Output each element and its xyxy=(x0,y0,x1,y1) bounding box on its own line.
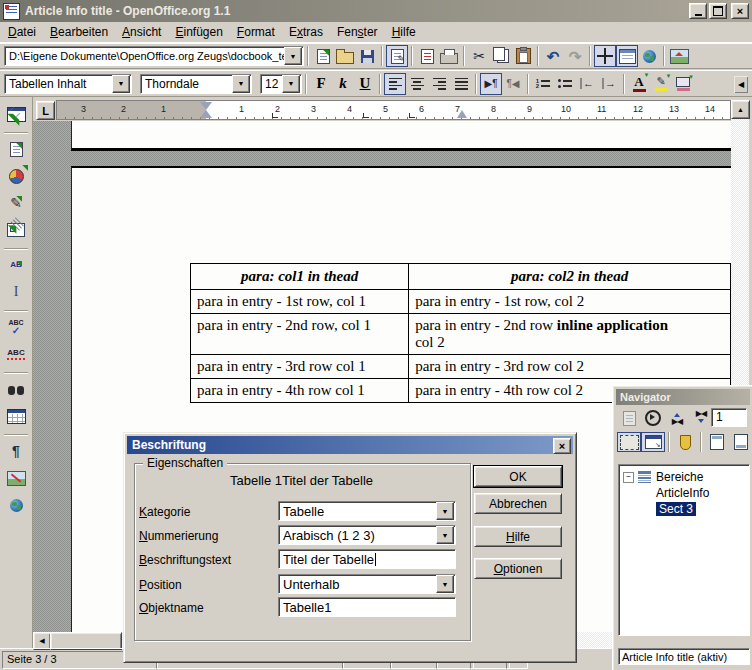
auto-spellcheck-button[interactable]: ABC xyxy=(3,342,29,366)
position-dropdown-icon[interactable]: ▼ xyxy=(436,575,454,593)
table-cell[interactable]: para in entry - 3rd row col 1 xyxy=(191,355,409,379)
autotext-button[interactable]: AB xyxy=(3,253,29,277)
menu-format[interactable]: Format xyxy=(230,23,282,41)
scroll-up-button[interactable]: ▲ xyxy=(731,100,750,119)
nummerierung-combobox[interactable]: Arabisch (1 2 3) ▼ xyxy=(278,525,456,545)
numbered-list-button[interactable]: 1 2 xyxy=(532,73,554,95)
url-dropdown-icon[interactable]: ▼ xyxy=(284,47,302,65)
table-header-cell[interactable]: para: col2 in thead xyxy=(409,264,731,290)
font-dropdown-icon[interactable]: ▼ xyxy=(232,75,250,93)
header-button[interactable] xyxy=(705,432,729,452)
table-cell[interactable]: para in entry - 3rd row col 2 xyxy=(409,355,731,379)
toolbar-overflow-button[interactable]: ◀ xyxy=(733,75,749,94)
stylist-button[interactable] xyxy=(616,45,638,67)
paragraph-style-combobox[interactable]: Tabellen Inhalt ▼ xyxy=(4,74,132,94)
kategorie-combobox[interactable]: Tabelle ▼ xyxy=(278,501,456,521)
highlighting-button[interactable]: ✎▼ xyxy=(650,73,672,95)
form-functions-button[interactable] xyxy=(3,218,29,242)
style-dropdown-icon[interactable]: ▼ xyxy=(112,75,130,93)
help-button[interactable]: Hilfe xyxy=(474,526,562,547)
footer-button[interactable] xyxy=(729,432,752,452)
graphics-on-off-button[interactable] xyxy=(3,466,29,490)
increase-indent-button[interactable]: → xyxy=(598,73,620,95)
minimize-button[interactable] xyxy=(689,3,707,19)
bold-button[interactable]: F xyxy=(310,73,332,95)
edit-file-button[interactable]: ✎ xyxy=(386,45,408,67)
page-number-spinner[interactable]: 1 xyxy=(711,408,747,427)
find-replace-button[interactable] xyxy=(3,377,29,401)
font-size-combobox[interactable]: 12 ▼ xyxy=(260,74,302,94)
menu-hilfe[interactable]: Hilfe xyxy=(385,23,423,41)
spellcheck-button[interactable]: ABC✓ xyxy=(3,315,29,339)
right-indent-marker[interactable] xyxy=(457,105,467,118)
direct-cursor-button[interactable]: I xyxy=(3,280,29,304)
gallery-button[interactable] xyxy=(668,45,690,67)
table-cell[interactable]: para in entry - 1st row, col 2 xyxy=(409,290,731,314)
decrease-indent-button[interactable]: ← xyxy=(576,73,598,95)
next-button[interactable]: ▶◀ xyxy=(689,408,713,428)
url-combobox[interactable]: D:\Eigene Dokumente\OpenOffice.org Zeugs… xyxy=(4,46,304,66)
align-right-button[interactable] xyxy=(428,73,450,95)
menu-extras[interactable]: Extras xyxy=(282,23,330,41)
horizontal-ruler[interactable]: 3 2 1 1 2 3 4 5 6 7 8 9 10 11 12 13 14 xyxy=(56,100,731,120)
dialog-close-button[interactable]: × xyxy=(553,438,571,454)
table-cell[interactable]: para in entry - 2nd row inline applicati… xyxy=(409,314,731,355)
menu-einfuegen[interactable]: Einfügen xyxy=(168,23,229,41)
size-dropdown-icon[interactable]: ▼ xyxy=(282,75,300,93)
insert-table-button[interactable] xyxy=(3,102,29,126)
position-combobox[interactable]: Unterhalb ▼ xyxy=(278,574,456,594)
italic-button[interactable]: k xyxy=(332,73,354,95)
toggle-button[interactable] xyxy=(617,408,641,428)
data-sources-button[interactable] xyxy=(3,404,29,428)
navigator-title-bar[interactable]: Navigator xyxy=(616,389,750,405)
ok-button[interactable]: OK xyxy=(474,466,562,487)
paste-button[interactable] xyxy=(512,45,534,67)
underline-button[interactable]: U xyxy=(354,73,376,95)
font-name-combobox[interactable]: Thorndale ▼ xyxy=(140,74,252,94)
drag-mode-button[interactable] xyxy=(617,432,641,452)
document-as-email-button[interactable] xyxy=(416,45,438,67)
menu-fenster[interactable]: Fenster xyxy=(330,23,385,41)
online-layout-button[interactable] xyxy=(3,493,29,517)
menu-datei[interactable]: Datei xyxy=(1,23,43,41)
table-cell[interactable]: para in entry - 2nd row, col 1 xyxy=(191,314,409,355)
previous-button[interactable]: ▶◀ xyxy=(665,408,689,428)
tree-item-bereiche[interactable]: − Bereiche xyxy=(621,469,747,485)
menu-ansicht[interactable]: Ansicht xyxy=(115,23,168,41)
left-indent-marker[interactable] xyxy=(200,104,212,118)
right-to-left-button[interactable]: ¶◀ xyxy=(502,73,524,95)
undo-button[interactable]: ↶ xyxy=(542,45,564,67)
align-justify-button[interactable] xyxy=(450,73,472,95)
bullet-list-button[interactable] xyxy=(554,73,576,95)
set-reminder-button[interactable] xyxy=(673,432,697,452)
table-cell[interactable]: para in entry - 4th row col 1 xyxy=(191,379,409,403)
tree-item-articleinfo[interactable]: ArticleInfo xyxy=(621,485,747,501)
nonprinting-characters-button[interactable]: ¶ xyxy=(3,439,29,463)
cancel-button[interactable]: Abbrechen xyxy=(474,493,562,514)
beschriftungstext-input[interactable]: Titel der Tabelle xyxy=(278,549,456,569)
table-header-cell[interactable]: para: col1 in thead xyxy=(191,264,409,290)
options-button[interactable]: Optionen xyxy=(474,558,562,579)
cut-button[interactable]: ✂ xyxy=(468,45,490,67)
insert-object-button[interactable] xyxy=(3,164,29,188)
maximize-button[interactable] xyxy=(709,3,727,19)
open-button[interactable] xyxy=(334,45,356,67)
dialog-title-bar[interactable]: Beschriftung × xyxy=(127,436,573,454)
kategorie-dropdown-icon[interactable]: ▼ xyxy=(436,502,454,520)
print-button[interactable] xyxy=(438,45,460,67)
navigator-button[interactable] xyxy=(594,45,616,67)
menu-bearbeiten[interactable]: Bearbeiten xyxy=(43,23,115,41)
tab-selector-button[interactable]: L xyxy=(36,101,55,120)
new-document-button[interactable] xyxy=(312,45,334,67)
collapse-icon[interactable]: − xyxy=(623,472,634,483)
nummerierung-dropdown-icon[interactable]: ▼ xyxy=(436,526,454,544)
objektname-input[interactable]: Tabelle1 xyxy=(278,597,456,617)
left-to-right-button[interactable]: ▶¶ xyxy=(480,73,502,95)
save-button[interactable] xyxy=(356,45,378,67)
align-left-button[interactable] xyxy=(384,73,406,95)
hyperlink-bar-button[interactable] xyxy=(638,45,660,67)
tree-item-sect3[interactable]: Sect 3 xyxy=(621,501,747,517)
table-cell[interactable]: para in entry - 1st row, col 1 xyxy=(191,290,409,314)
draw-functions-button[interactable]: ✎ xyxy=(3,191,29,215)
content-view-button[interactable] xyxy=(641,432,665,452)
